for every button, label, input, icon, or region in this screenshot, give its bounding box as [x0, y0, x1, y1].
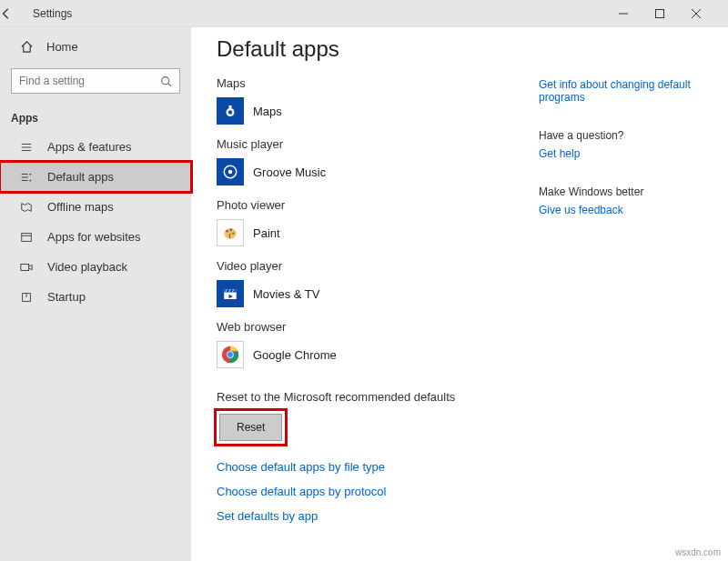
sidebar-item-startup[interactable]: Startup: [0, 282, 191, 312]
reset-section-title: Reset to the Microsoft recommended defau…: [217, 390, 521, 404]
paint-app-icon: [217, 219, 244, 246]
watermark: wsxdn.com: [675, 547, 721, 557]
maximize-icon: [655, 9, 664, 18]
aside-feedback-link[interactable]: Give us feedback: [539, 204, 703, 216]
svg-point-13: [30, 179, 32, 181]
svg-point-27: [232, 233, 235, 235]
sidebar-item-apps-features[interactable]: Apps & features: [0, 132, 191, 162]
aside-question-label: Have a question?: [539, 129, 703, 142]
sidebar-item-label: Default apps: [47, 170, 114, 184]
category-label-photo: Photo viewer: [217, 198, 521, 212]
movies-app-icon: [217, 280, 244, 307]
home-label: Home: [46, 40, 78, 54]
sidebar-section-label: Apps: [0, 99, 191, 132]
svg-rect-1: [656, 9, 664, 17]
sidebar-item-video-playback[interactable]: Video playback: [0, 252, 191, 282]
close-icon: [692, 9, 701, 18]
window-title: Settings: [29, 7, 619, 20]
svg-point-12: [30, 173, 32, 175]
sidebar-item-label: Apps & features: [47, 140, 132, 154]
app-picker-music[interactable]: Groove Music: [217, 158, 521, 185]
titlebar: Settings: [0, 0, 728, 27]
chrome-app-icon: [217, 341, 244, 368]
groove-app-icon: [217, 158, 244, 185]
category-label-music: Music player: [217, 137, 521, 151]
link-file-type[interactable]: Choose default apps by file type: [217, 460, 521, 474]
category-label-maps: Maps: [217, 76, 521, 90]
minimize-icon: [619, 9, 628, 18]
close-button[interactable]: [692, 9, 728, 18]
aside-help-link[interactable]: Get help: [539, 147, 703, 160]
app-name: Movies & TV: [253, 287, 319, 301]
back-button[interactable]: [0, 7, 29, 20]
category-label-browser: Web browser: [217, 320, 521, 334]
startup-icon: [20, 291, 36, 304]
app-name: Paint: [253, 226, 280, 240]
back-arrow-icon: [0, 7, 13, 20]
app-picker-photo[interactable]: Paint: [217, 219, 521, 246]
maps-app-icon: [217, 97, 244, 125]
app-name: Google Chrome: [253, 348, 337, 362]
link-list: Choose default apps by file type Choose …: [217, 460, 521, 523]
app-picker-video[interactable]: Movies & TV: [217, 280, 521, 307]
reset-button[interactable]: Reset: [219, 414, 282, 441]
websites-icon: [20, 231, 36, 244]
svg-rect-14: [22, 233, 32, 241]
app-picker-maps[interactable]: Maps: [217, 97, 521, 125]
search-box[interactable]: [11, 68, 180, 94]
main-content: Default apps Maps Maps Music player Groo…: [191, 27, 728, 561]
sidebar-item-label: Video playback: [47, 260, 127, 274]
list-icon: [20, 141, 36, 154]
svg-point-25: [226, 230, 228, 233]
aside-feedback-label: Make Windows better: [539, 185, 703, 198]
svg-point-36: [228, 352, 233, 357]
svg-rect-16: [21, 264, 29, 270]
reset-highlight: Reset: [217, 411, 285, 444]
sidebar-item-label: Offline maps: [47, 200, 114, 214]
link-protocol[interactable]: Choose default apps by protocol: [217, 485, 521, 498]
app-name: Maps: [253, 105, 282, 118]
sidebar-item-label: Apps for websites: [47, 230, 141, 244]
sidebar-item-apps-websites[interactable]: Apps for websites: [0, 222, 191, 252]
sidebar-item-default-apps[interactable]: Default apps: [0, 162, 191, 192]
svg-rect-21: [229, 105, 232, 110]
search-icon: [160, 75, 172, 87]
svg-line-5: [168, 83, 171, 85]
minimize-button[interactable]: [619, 9, 655, 18]
home-icon: [20, 40, 34, 54]
home-nav[interactable]: Home: [0, 33, 191, 63]
page-title: Default apps: [217, 36, 521, 62]
category-label-video: Video player: [217, 259, 521, 273]
svg-point-20: [228, 110, 233, 115]
aside-info-link[interactable]: Get info about changing default programs: [539, 78, 703, 104]
sidebar-item-offline-maps[interactable]: Offline maps: [0, 192, 191, 222]
search-input[interactable]: [19, 75, 160, 87]
sidebar: Home Apps Apps & features Default apps: [0, 27, 191, 561]
maximize-button[interactable]: [655, 9, 692, 18]
app-name: Groove Music: [253, 165, 326, 179]
link-by-app[interactable]: Set defaults by app: [217, 509, 521, 523]
map-icon: [20, 201, 36, 214]
aside-panel: Get info about changing default programs…: [539, 36, 703, 552]
sidebar-item-label: Startup: [47, 290, 86, 304]
defaults-icon: [20, 171, 36, 184]
app-picker-browser[interactable]: Google Chrome: [217, 341, 521, 368]
svg-point-4: [162, 76, 169, 84]
svg-point-23: [228, 170, 233, 175]
svg-point-26: [230, 228, 233, 231]
video-icon: [20, 261, 36, 274]
